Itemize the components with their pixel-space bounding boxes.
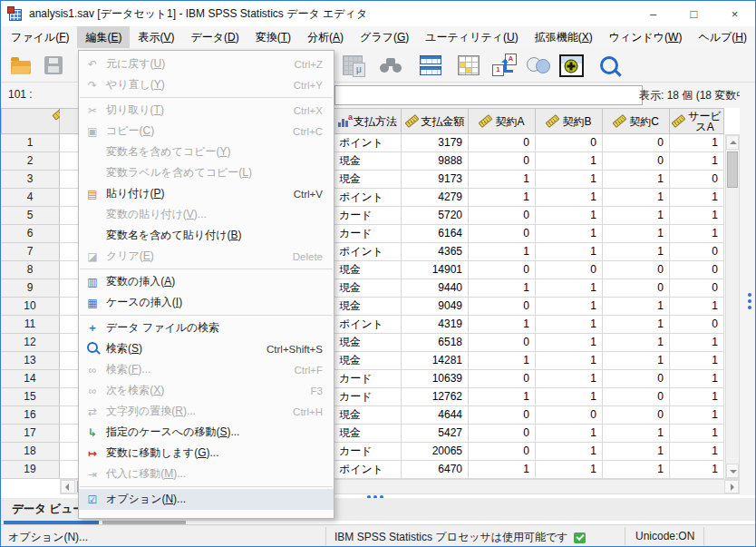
cell-contract-c[interactable]: 1 — [603, 171, 670, 189]
cell-service-a[interactable]: 1 — [670, 189, 724, 207]
menu-edit[interactable]: 編集(E) — [77, 26, 130, 48]
row-number[interactable]: 12 — [1, 334, 60, 352]
cell-contract-c[interactable]: 1 — [603, 352, 670, 370]
cell-contract-a[interactable]: 1 — [469, 352, 536, 370]
cell-payment-method[interactable]: 現金 — [334, 279, 402, 298]
column-header-contract-c[interactable]: 契約C — [603, 108, 670, 134]
right-pane-splitter[interactable] — [740, 83, 756, 495]
cell-contract-c[interactable]: 0 — [603, 370, 670, 388]
cell-contract-c[interactable]: 0 — [603, 152, 670, 171]
menu-view[interactable]: 表示(V) — [130, 26, 182, 48]
cell-contract-b[interactable]: 0 — [536, 406, 603, 425]
cell-payment-amount[interactable]: 4365 — [402, 243, 469, 261]
cell-contract-b[interactable]: 0 — [536, 261, 603, 279]
cell-service-a[interactable]: 0 — [670, 279, 724, 298]
menu-item-go-to-case[interactable]: ↳指定のケースへの移動(S)... — [79, 422, 334, 443]
cell-payment-amount[interactable]: 6470 — [402, 461, 469, 479]
cell-contract-a[interactable]: 1 — [469, 279, 536, 298]
menu-item-go-to-imputation[interactable]: ⇥代入に移動(M)... — [79, 464, 334, 484]
value-labels-button[interactable] — [454, 52, 483, 79]
cell-service-a[interactable]: 0 — [670, 316, 724, 334]
cell-service-a[interactable]: 1 — [670, 134, 724, 152]
menu-utilities[interactable]: ユーティリティ(U) — [417, 26, 526, 48]
cell-contract-a[interactable]: 1 — [469, 243, 536, 261]
cell-contract-c[interactable]: 1 — [603, 316, 670, 334]
row-number[interactable]: 1 — [1, 134, 60, 152]
row-number[interactable]: 8 — [1, 261, 60, 279]
menu-item-insert-cases[interactable]: ▦ケースの挿入(I) — [79, 292, 334, 313]
row-number[interactable]: 11 — [1, 316, 60, 334]
cell-payment-amount[interactable]: 14281 — [402, 352, 469, 370]
cell-service-a[interactable]: 1 — [670, 406, 724, 425]
cell-payment-method[interactable]: ポイント — [334, 316, 402, 334]
cell-contract-c[interactable]: 1 — [603, 461, 670, 479]
menu-item-insert-variable[interactable]: ▥変数の挿入(A) — [79, 271, 334, 292]
scroll-right-arrow[interactable] — [724, 480, 739, 493]
cell-service-a[interactable]: 0 — [670, 171, 724, 189]
cell-service-a[interactable]: 1 — [670, 461, 724, 479]
cell-payment-amount[interactable]: 20065 — [402, 443, 469, 461]
cell-contract-c[interactable]: 0 — [603, 279, 670, 298]
cell-payment-method[interactable]: 現金 — [334, 152, 402, 171]
row-number[interactable]: 18 — [1, 443, 60, 461]
cell-contract-c[interactable]: 1 — [603, 298, 670, 316]
cell-payment-amount[interactable]: 9440 — [402, 279, 469, 298]
menu-item-find[interactable]: ∞検索(F)...Ctrl+F — [79, 359, 334, 380]
menu-item-redo[interactable]: ↷やり直し(Y)Ctrl+Y — [79, 74, 334, 95]
cell-contract-b[interactable]: 1 — [536, 225, 603, 243]
cell-service-a[interactable]: 1 — [670, 443, 724, 461]
cell-service-a[interactable]: 1 — [670, 425, 724, 443]
cell-contract-c[interactable]: 1 — [603, 443, 670, 461]
cell-contract-b[interactable]: 1 — [536, 352, 603, 370]
cell-contract-a[interactable]: 0 — [469, 425, 536, 443]
cell-contract-b[interactable]: 1 — [536, 370, 603, 388]
cell-contract-b[interactable]: 0 — [536, 134, 603, 152]
cell-contract-c[interactable]: 1 — [603, 243, 670, 261]
cell-contract-b[interactable]: 1 — [536, 243, 603, 261]
grid-corner-cell[interactable] — [1, 108, 60, 134]
cell-service-a[interactable]: 1 — [670, 370, 724, 388]
cell-payment-amount[interactable]: 9888 — [402, 152, 469, 171]
menu-item-cut[interactable]: ✂切り取り(T)Ctrl+X — [79, 100, 334, 121]
cell-contract-a[interactable]: 0 — [469, 443, 536, 461]
cell-payment-method[interactable]: ポイント — [334, 189, 402, 207]
split-file-button[interactable] — [416, 52, 445, 79]
cell-contract-b[interactable]: 1 — [536, 207, 603, 225]
cell-service-a[interactable]: 0 — [670, 261, 724, 279]
cell-contract-a[interactable]: 0 — [469, 225, 536, 243]
find-button[interactable] — [376, 52, 405, 79]
show-variables-button[interactable] — [557, 52, 586, 79]
cell-editor-input[interactable] — [334, 85, 643, 105]
vertical-scrollbar[interactable] — [725, 134, 740, 479]
row-number[interactable]: 5 — [1, 207, 60, 225]
menu-item-clear[interactable]: ◪クリア(E)Delete — [79, 246, 334, 267]
cell-payment-method[interactable]: カード — [334, 207, 402, 225]
cell-contract-a[interactable]: 0 — [469, 406, 536, 425]
menu-data[interactable]: データ(D) — [183, 26, 247, 48]
maximize-button[interactable]: □ — [674, 1, 714, 26]
scroll-down-arrow[interactable] — [726, 464, 739, 478]
vertical-splitter-handle[interactable] — [748, 293, 751, 312]
cell-payment-method[interactable]: カード — [334, 225, 402, 243]
column-header-payment-amount[interactable]: 支払金額 — [402, 108, 469, 134]
menu-item-paste-with-names[interactable]: 変数名を含めて貼り付け(B) — [79, 225, 334, 246]
close-button[interactable]: × — [714, 1, 755, 26]
cell-contract-c[interactable]: 0 — [603, 388, 670, 406]
menu-extensions[interactable]: 拡張機能(X) — [527, 26, 601, 48]
cell-payment-amount[interactable]: 5720 — [402, 207, 469, 225]
row-number[interactable]: 6 — [1, 225, 60, 243]
cell-contract-a[interactable]: 1 — [469, 316, 536, 334]
cell-contract-b[interactable]: 1 — [536, 152, 603, 171]
cell-contract-c[interactable]: 0 — [603, 406, 670, 425]
cell-payment-amount[interactable]: 14901 — [402, 261, 469, 279]
cell-payment-amount[interactable]: 6164 — [402, 225, 469, 243]
minimize-button[interactable]: – — [633, 1, 674, 26]
cell-contract-a[interactable]: 0 — [469, 298, 536, 316]
scroll-up-arrow[interactable] — [726, 135, 739, 150]
cell-service-a[interactable]: 1 — [670, 152, 724, 171]
cell-contract-b[interactable]: 1 — [536, 334, 603, 352]
cell-service-a[interactable]: 1 — [670, 388, 724, 406]
cell-payment-method[interactable]: 現金 — [334, 334, 402, 352]
menu-item-undo[interactable]: ↶元に戻す(U)Ctrl+Z — [79, 54, 334, 74]
cell-payment-method[interactable]: カード — [334, 370, 402, 388]
